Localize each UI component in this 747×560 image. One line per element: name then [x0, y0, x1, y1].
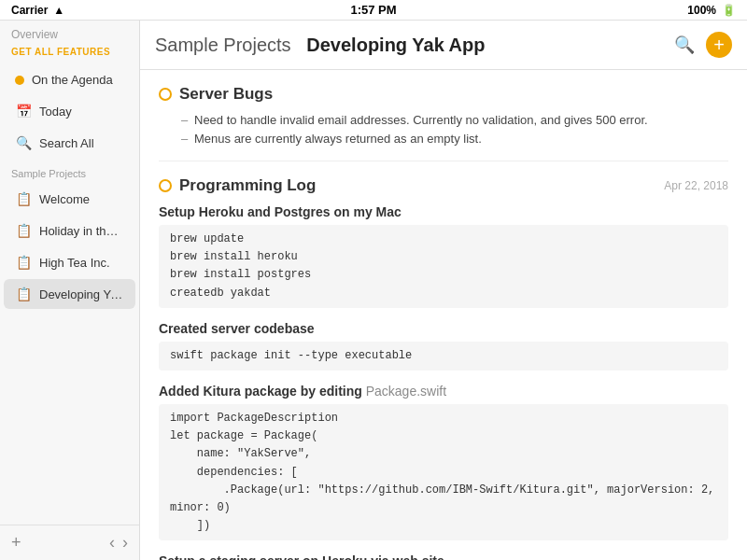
code-line: createdb yakdat — [170, 285, 717, 302]
code-line: dependencies: [ — [170, 464, 717, 482]
programming-log-circle — [159, 179, 172, 192]
list-item: Menus are currently always returned as a… — [181, 132, 728, 146]
sidebar-footer: + ‹ › — [0, 525, 139, 560]
staging-server-link[interactable]: Setup a staging server on Heroku via web… — [159, 553, 728, 560]
server-bugs-header: Server Bugs — [159, 85, 728, 104]
nav-prev-button[interactable]: ‹ — [109, 533, 115, 553]
wifi-icon: ▲ — [53, 4, 64, 17]
subsection-kitura-title: Added Kitura package by editing Package.… — [159, 384, 728, 399]
status-bar-left: Carrier ▲ — [11, 4, 64, 17]
package-filename: Package.swift — [366, 384, 446, 399]
code-line: swift package init --type executable — [170, 347, 717, 365]
code-line: brew update — [170, 231, 717, 248]
battery-icon: 🔋 — [722, 4, 736, 17]
code-block-heroku: brew update brew install heroku brew ins… — [159, 225, 728, 308]
sidebar: Overview GET ALL FEATURES On the Agenda … — [0, 21, 140, 560]
sidebar-item-yak[interactable]: 📋 Developing Yak A... — [4, 279, 135, 309]
holiday-label: Holiday in the Pencils — [39, 224, 124, 238]
code-line: let package = Package( — [170, 427, 717, 445]
content-area: Sample Projects Developing Yak App 🔍 + S… — [140, 21, 747, 560]
sidebar-item-today[interactable]: 📅 Today — [4, 96, 135, 126]
welcome-icon: 📋 — [15, 191, 32, 206]
sidebar-item-welcome[interactable]: 📋 Welcome — [4, 184, 135, 214]
status-bar-time: 1:57 PM — [350, 3, 396, 17]
server-bugs-title: Server Bugs — [179, 85, 273, 104]
app-body: Overview GET ALL FEATURES On the Agenda … — [0, 21, 747, 560]
yak-icon: 📋 — [15, 287, 32, 301]
sidebar-item-holiday[interactable]: 📋 Holiday in the Pencils — [4, 216, 135, 245]
sidebar-overview-label: Overview — [0, 21, 139, 45]
code-line: import PackageDescription — [170, 410, 717, 427]
welcome-label: Welcome — [39, 192, 90, 206]
programming-log-date: Apr 22, 2018 — [664, 179, 728, 192]
today-label: Today — [39, 105, 72, 119]
code-line: ]) — [170, 517, 717, 535]
header-actions: 🔍 + — [674, 32, 732, 58]
subsection-kitura: Added Kitura package by editing Package.… — [159, 384, 728, 540]
carrier-label: Carrier — [11, 4, 48, 17]
page-title: Sample Projects Developing Yak App — [155, 35, 485, 56]
code-line: .Package(url: "https://github.com/IBM-Sw… — [170, 482, 717, 517]
code-line: brew install heroku — [170, 248, 717, 266]
subsection-heroku: Setup Heroku and Postgres on my Mac brew… — [159, 204, 728, 308]
search-all-icon: 🔍 — [15, 135, 32, 150]
get-features-link[interactable]: GET ALL FEATURES — [0, 45, 139, 64]
content-header: Sample Projects Developing Yak App 🔍 + — [140, 21, 747, 70]
hightea-label: High Tea Inc. — [39, 256, 110, 270]
subsection-heroku-title: Setup Heroku and Postgres on my Mac — [159, 204, 728, 219]
yak-label: Developing Yak A... — [39, 287, 124, 301]
agenda-label: On the Agenda — [32, 73, 113, 87]
add-project-button[interactable]: + — [11, 533, 21, 553]
code-block-kitura: import PackageDescription let package = … — [159, 404, 728, 540]
subsection-server: Created server codebase swift package in… — [159, 321, 728, 371]
battery-label: 100% — [687, 4, 716, 17]
subsection-server-title: Created server codebase — [159, 321, 728, 336]
sidebar-item-search[interactable]: 🔍 Search All — [4, 128, 135, 158]
title-prefix: Sample Projects — [155, 35, 291, 55]
agenda-dot-icon — [15, 76, 24, 85]
projects-section-label: Sample Projects — [0, 159, 139, 183]
programming-log-header: Programming Log Apr 22, 2018 — [159, 176, 728, 195]
code-line: name: "YakServe", — [170, 445, 717, 463]
sidebar-item-hightea[interactable]: 📋 High Tea Inc. — [4, 247, 135, 277]
search-button[interactable]: 🔍 — [674, 35, 695, 55]
list-item: Need to handle invalid email addresses. … — [181, 113, 728, 127]
code-line: brew install postgres — [170, 266, 717, 284]
status-bar-right: 100% 🔋 — [687, 4, 736, 17]
sidebar-item-agenda[interactable]: On the Agenda — [4, 65, 135, 94]
today-icon: 📅 — [15, 104, 32, 119]
server-bugs-list: Need to handle invalid email addresses. … — [181, 113, 728, 146]
add-note-button[interactable]: + — [706, 32, 732, 58]
code-block-server: swift package init --type executable — [159, 342, 728, 371]
server-bugs-circle — [159, 88, 172, 101]
programming-log-title: Programming Log — [179, 176, 316, 195]
hightea-icon: 📋 — [15, 255, 32, 270]
nav-next-button[interactable]: › — [122, 533, 128, 553]
title-bold: Developing Yak App — [306, 35, 485, 55]
search-all-label: Search All — [39, 136, 94, 150]
divider — [159, 161, 728, 161]
holiday-icon: 📋 — [15, 223, 32, 238]
content-body: Server Bugs Need to handle invalid email… — [140, 70, 747, 560]
status-bar: Carrier ▲ 1:57 PM 100% 🔋 — [0, 0, 747, 21]
